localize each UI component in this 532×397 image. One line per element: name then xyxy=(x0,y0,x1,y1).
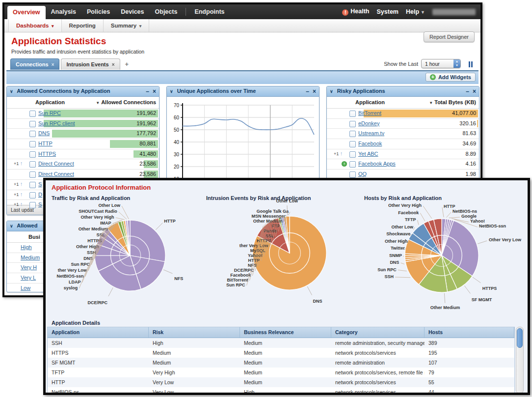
system-menu[interactable]: System xyxy=(377,8,399,15)
nav-tab-policies[interactable]: Policies xyxy=(81,4,115,19)
business-relevance-link[interactable]: Low xyxy=(21,285,30,291)
minimize-icon[interactable]: – xyxy=(146,88,149,95)
subnav-item-summary[interactable]: Summary ▾ xyxy=(104,19,149,32)
row-checkbox[interactable] xyxy=(349,161,356,168)
nav-tab-devices[interactable]: Devices xyxy=(115,4,149,19)
application-link[interactable]: Sun RPC client xyxy=(38,120,75,126)
row-checkbox[interactable] xyxy=(29,161,36,168)
popup-title: Application Protocol Information xyxy=(52,184,151,191)
svg-text:DNS: DNS xyxy=(313,299,322,304)
row-checkbox[interactable] xyxy=(29,182,36,188)
row-checkbox[interactable] xyxy=(29,111,36,117)
trend-up-icon: +1 ↑ xyxy=(14,191,23,197)
report-designer-button[interactable]: Report Designer xyxy=(424,31,475,42)
row-checkbox[interactable] xyxy=(29,141,36,147)
row-checkbox[interactable] xyxy=(349,131,356,137)
row-checkbox[interactable] xyxy=(349,171,356,178)
subnav-item-dashboards[interactable]: Dashboards ▾ xyxy=(8,19,62,32)
risky-applications-row: ↑Facebook Apps4.16 xyxy=(327,159,479,169)
application-link[interactable]: eDonkey xyxy=(358,120,379,126)
nav-tab-analysis[interactable]: Analysis xyxy=(46,4,81,19)
application-link[interactable]: Direct Connect xyxy=(38,171,74,177)
minimize-icon[interactable]: – xyxy=(306,88,309,95)
application-link[interactable]: Yet ABC xyxy=(358,151,378,157)
details-cell: network protocols/services, remote file … xyxy=(331,369,425,375)
application-link[interactable]: HTTPS xyxy=(38,151,56,157)
close-icon[interactable]: × xyxy=(52,62,54,67)
pause-button[interactable] xyxy=(469,60,475,66)
time-range-control: Show the Last 1 hour ▲▼ xyxy=(384,59,461,68)
username-redacted[interactable] xyxy=(432,9,476,15)
application-link[interactable]: S xyxy=(38,201,42,207)
row-checkbox[interactable] xyxy=(29,151,36,158)
add-tab-button[interactable]: + xyxy=(122,58,133,70)
svg-text:30: 30 xyxy=(174,152,180,157)
top-nav-right: !Health System Help▼ xyxy=(342,4,480,19)
row-checkbox[interactable] xyxy=(29,202,36,208)
close-icon[interactable]: × xyxy=(112,62,115,67)
details-col-application[interactable]: Application xyxy=(48,327,149,338)
application-link[interactable]: DNS xyxy=(38,130,50,136)
row-checkbox[interactable] xyxy=(29,121,36,127)
chevron-down-icon[interactable]: ∨ xyxy=(330,89,333,94)
row-value: 23,586 xyxy=(139,171,156,177)
chevron-down-icon[interactable]: ∨ xyxy=(10,89,13,94)
nav-tab-objects[interactable]: Objects xyxy=(150,4,183,19)
sort-desc-icon[interactable]: ▼ xyxy=(96,101,100,105)
chevron-down-icon[interactable]: ∨ xyxy=(10,224,13,228)
application-link[interactable]: Sun RPC xyxy=(38,110,61,116)
row-checkbox[interactable] xyxy=(29,131,36,137)
health-menu[interactable]: !Health xyxy=(342,8,369,16)
widget-header[interactable]: ∨ Allowed Connections by Application –× xyxy=(7,86,159,97)
row-checkbox[interactable] xyxy=(349,111,356,117)
risky-applications-row: Facebook34.69 xyxy=(327,139,479,149)
details-col-category[interactable]: Category xyxy=(331,327,425,338)
business-relevance-link[interactable]: Very L xyxy=(21,275,36,281)
tab-connections[interactable]: Connections× xyxy=(10,58,59,70)
sort-desc-icon[interactable]: ▼ xyxy=(429,101,433,105)
row-checkbox[interactable] xyxy=(349,121,356,127)
close-icon[interactable]: × xyxy=(153,88,156,95)
nav-tab-overview[interactable]: Overview xyxy=(7,6,46,19)
svg-text:20: 20 xyxy=(174,164,180,170)
svg-text:SSH: SSH xyxy=(384,274,394,279)
application-link[interactable]: HTTP xyxy=(38,141,53,146)
row-checkbox[interactable] xyxy=(349,141,356,147)
allowed-connections-row: HTTP80,881 xyxy=(7,139,159,149)
details-col-business-relevance[interactable]: Business Relevance xyxy=(240,327,331,338)
tab-intrusion-events[interactable]: Intrusion Events× xyxy=(61,58,120,70)
application-link[interactable]: Facebook xyxy=(358,141,382,146)
scrollbar-thumb[interactable] xyxy=(517,328,523,348)
minimize-icon[interactable]: – xyxy=(466,88,469,95)
widget-header[interactable]: ∨ Unique Applications over Time –× xyxy=(167,86,319,97)
business-relevance-link[interactable]: High xyxy=(21,244,32,250)
close-icon[interactable]: × xyxy=(313,88,316,95)
application-link[interactable]: Direct Connect xyxy=(38,161,74,167)
business-relevance-link[interactable]: Medium xyxy=(21,255,40,260)
row-checkbox[interactable] xyxy=(349,151,356,158)
subnav-item-reporting[interactable]: Reporting xyxy=(62,19,104,32)
details-col-risk[interactable]: Risk xyxy=(149,327,240,338)
nav-tab-endpoints[interactable]: Endpoints xyxy=(189,4,230,19)
application-link[interactable]: Ustream.tv xyxy=(358,130,384,136)
allowed-connections-row: DNS177,792 xyxy=(7,128,159,139)
close-icon[interactable]: × xyxy=(473,88,476,95)
application-link[interactable]: Facebook Apps xyxy=(358,161,396,167)
help-menu[interactable]: Help▼ xyxy=(406,8,425,15)
chevron-down-icon[interactable]: ∨ xyxy=(170,89,173,94)
svg-text:HTTPS: HTTPS xyxy=(482,286,497,291)
details-cell: Medium xyxy=(240,379,331,385)
application-link[interactable]: S xyxy=(38,181,42,187)
application-link[interactable]: BitTorrent xyxy=(358,110,381,116)
application-link[interactable]: D xyxy=(38,192,42,198)
widget-header[interactable]: ∨ Risky Applications –× xyxy=(327,86,479,97)
application-link[interactable]: QQ xyxy=(358,171,367,177)
row-checkbox[interactable] xyxy=(29,171,36,178)
svg-text:Facebook: Facebook xyxy=(398,210,419,215)
details-col-hosts[interactable]: Hosts xyxy=(425,327,514,338)
table-scrollbar[interactable] xyxy=(516,327,524,394)
time-range-select[interactable]: 1 hour ▲▼ xyxy=(421,59,461,68)
row-checkbox[interactable] xyxy=(29,192,36,198)
business-relevance-link[interactable]: Very H xyxy=(21,264,37,270)
add-widgets-button[interactable]: + Add Widgets xyxy=(426,73,476,82)
